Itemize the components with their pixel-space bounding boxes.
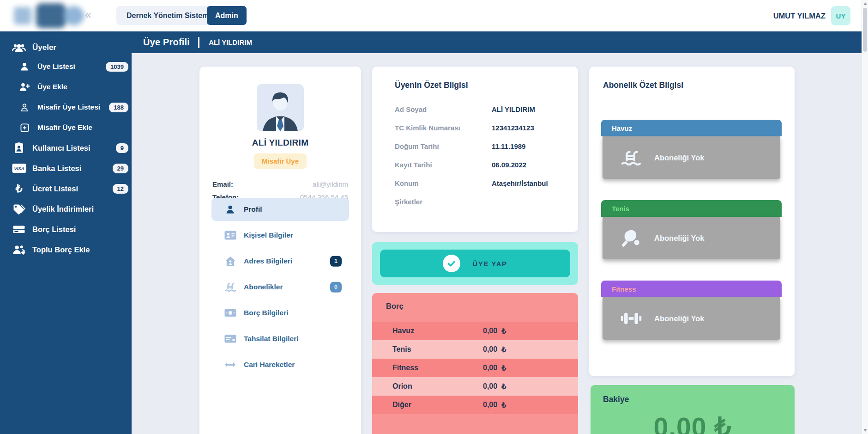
profile-menu-kisisel-bilgiler[interactable]: Kişisel Bilgiler (211, 224, 349, 247)
sidebar-item-label: Misafir Üye Listesi (37, 103, 100, 111)
summary-row: Ad Soyad ALİ YILDIRIM (395, 100, 564, 118)
scroll-down-arrow-icon[interactable] (863, 429, 867, 432)
app-logo[interactable] (12, 2, 88, 29)
sidebar-item-borc-listesi[interactable]: Borç Listesi (0, 219, 132, 239)
debt-label: Fitness (392, 364, 483, 372)
profile-menu-tahsilat-bilgileri[interactable]: Tahsilat Bilgileri (211, 327, 349, 350)
debt-label: Tenis (392, 345, 483, 354)
profile-menu-borc-bilgileri[interactable]: Borç Bilgileri (211, 301, 349, 324)
debt-label: Havuz (392, 327, 483, 335)
subscription-status: Aboneliği Yok (654, 153, 704, 162)
profile-menu: Profil Kişisel Bilgiler Adres Bilgileri … (211, 198, 349, 379)
scroll-up-arrow-icon[interactable] (863, 2, 867, 5)
system-name-button[interactable]: Dernek Yönetim Sistemi (116, 6, 221, 25)
subscription-block-fitness: Fitness Aboneliği Yok (601, 281, 782, 340)
user-avatar[interactable]: UY (831, 6, 850, 25)
profile-menu-label: Profil (244, 205, 262, 214)
count-badge: 1039 (106, 62, 128, 72)
subscription-status: Aboneliği Yok (654, 234, 704, 243)
app-window: « Dernek Yönetim Sistemi Admin UMUT YILM… (0, 0, 868, 434)
sidebar-item-uye-ekle[interactable]: Üye Ekle (0, 77, 132, 97)
sidebar-item-label: Üyelik İndirimleri (32, 205, 94, 214)
member-status-badge: Misafir Üye (254, 153, 307, 169)
sidebar-item-uyeler[interactable]: Üyeler (0, 39, 132, 56)
sidebar-item-ucret-listesi[interactable]: ₺ Ücret Listesi 12 (0, 178, 132, 199)
sidebar-item-uyelik-indirimleri[interactable]: Üyelik İndirimleri (0, 199, 132, 219)
email-label: Email: (212, 180, 233, 188)
summary-row: Konum Ataşehir/İstanbul (395, 174, 564, 192)
admin-button[interactable]: Admin (207, 6, 247, 25)
id-card-icon (224, 231, 236, 240)
subscription-card-title: Abonelik Özet Bilgisi (603, 80, 683, 90)
debt-amount: 0,00 (483, 382, 497, 391)
user-plus-icon (18, 82, 30, 92)
subscription-header: Havuz (601, 120, 782, 136)
summary-label: Doğum Tarihi (395, 142, 492, 150)
profile-menu-label: Abonelikler (244, 283, 283, 291)
debt-amount: 0,00 (483, 345, 497, 354)
sidebar-item-label: Üye Listesi (37, 62, 75, 71)
sidebar-item-label: Ücret Listesi (32, 184, 78, 193)
vertical-scrollbar (862, 0, 868, 434)
debt-amount: 0,00 (483, 364, 497, 373)
scrollbar-thumb[interactable] (863, 8, 867, 52)
subscription-block-tenis: Tenis Aboneliği Yok (601, 200, 782, 259)
square-plus-icon (18, 123, 30, 132)
arrows-left-right-icon (224, 362, 236, 367)
summary-row: Kayıt Tarihi 06.09.2022 (395, 155, 564, 174)
sidebar: Üyeler Üye Listesi 1039 Üye Ekle Misafir… (0, 31, 132, 434)
profile-menu-profil[interactable]: Profil (211, 198, 349, 221)
count-badge: 29 (113, 164, 128, 173)
debt-row-havuz: Havuz 0,00₺ (372, 322, 578, 340)
svg-text:VISA: VISA (14, 166, 24, 171)
summary-label: Ad Soyad (395, 105, 492, 113)
debt-card: Borç Havuz 0,00₺ Tenis 0,00₺ Fitness 0,0… (372, 293, 578, 434)
sidebar-item-label: Üye Ekle (37, 83, 67, 91)
balance-card: Bakiye 0,00 ₺ (591, 385, 795, 434)
profile-menu-label: Kişisel Bilgiler (244, 231, 293, 239)
summary-label: Şirketler (395, 198, 492, 206)
count-badge: 0 (330, 282, 342, 293)
sidebar-item-misafir-uye-listesi[interactable]: Misafir Üye Listesi 188 (0, 97, 132, 117)
sidebar-item-uye-listesi[interactable]: Üye Listesi 1039 (0, 56, 132, 77)
logo-shape (14, 7, 31, 24)
member-summary-card: Üyenin Özet Bilgisi Ad Soyad ALİ YILDIRI… (372, 67, 578, 232)
sidebar-item-kullanici-listesi[interactable]: Kullanıcı Listesi 9 (0, 138, 132, 158)
member-name: ALİ YILDIRIM (199, 138, 361, 148)
person-avatar-illustration (257, 84, 304, 131)
profile-menu-adres-bilgileri[interactable]: Adres Bilgileri 1 (211, 250, 349, 273)
sidebar-collapse-icon[interactable]: « (85, 6, 91, 24)
summary-row: Doğum Tarihi 11.11.1989 (395, 137, 564, 155)
debt-amount: 0,00 (483, 327, 497, 336)
user-icon (18, 62, 30, 72)
sidebar-item-label: Toplu Borç Ekle (32, 245, 90, 254)
subscription-body: Aboneliği Yok (603, 297, 780, 340)
user-outline-icon (18, 103, 30, 112)
sidebar-item-label: Banka Listesi (32, 164, 81, 173)
subscription-header: Tenis (601, 200, 782, 217)
pool-icon (224, 282, 236, 292)
balance-value: 0,00 (653, 412, 706, 434)
subscription-block-havuz: Havuz Aboneliği Yok (601, 120, 782, 179)
receipt-card-icon (224, 334, 236, 343)
house-icon (224, 256, 236, 266)
debt-row-orion: Orion 0,00₺ (372, 377, 578, 396)
pool-icon (620, 149, 642, 166)
profile-menu-cari-hareketler[interactable]: Cari Hareketler (211, 353, 349, 376)
summary-value: ALİ YILDIRIM (492, 105, 535, 113)
profile-menu-abonelikler[interactable]: Abonelikler 0 (211, 275, 349, 299)
sidebar-item-toplu-borc-ekle[interactable]: Toplu Borç Ekle (0, 239, 132, 260)
dumbbell-icon (620, 311, 642, 326)
make-member-button[interactable]: ÜYE YAP (380, 250, 570, 277)
sidebar-item-misafir-uye-ekle[interactable]: Misafir Üye Ekle (0, 117, 132, 138)
summary-value: 11.11.1989 (492, 142, 525, 150)
summary-row: TC Kimlik Numarası 12341234123 (395, 118, 564, 137)
subscription-name: Havuz (612, 124, 632, 132)
topbar: « Dernek Yönetim Sistemi Admin UMUT YILM… (0, 0, 862, 31)
sidebar-item-label: Üyeler (32, 43, 56, 52)
lira-icon: ₺ (12, 183, 26, 194)
subscription-header: Fitness (601, 281, 782, 297)
summary-value: Ataşehir/İstanbul (492, 179, 548, 187)
logo-shape (64, 6, 84, 25)
sidebar-item-banka-listesi[interactable]: VISA Banka Listesi 29 (0, 158, 132, 178)
